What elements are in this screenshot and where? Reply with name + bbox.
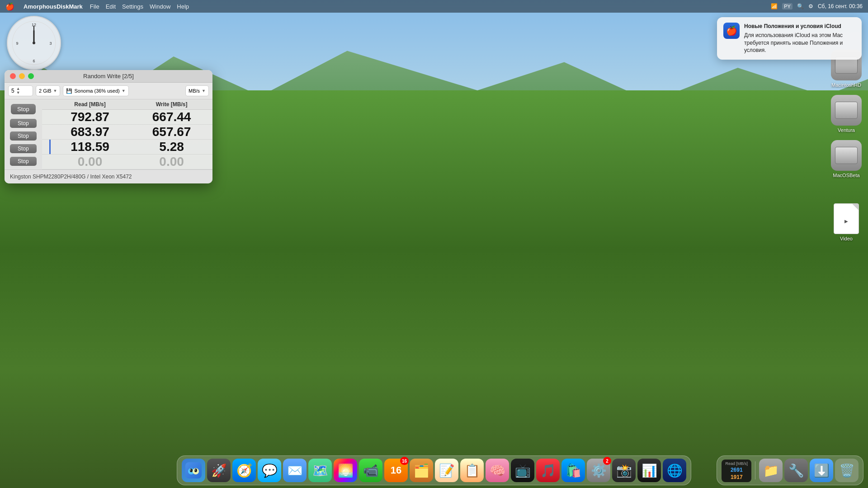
window-footer: Kingston SHPM2280P2H/480G / Intel Xeon X… [5,169,212,183]
menu-edit[interactable]: Edit [106,3,116,10]
row-stop-button-3[interactable]: Stop [10,157,37,166]
menu-file[interactable]: File [90,3,99,10]
menubar-datetime: Сб, 16 сент. 00:36 [818,3,863,9]
window-minimize-button[interactable] [19,73,25,79]
dock-item-stickies[interactable]: 📋 [460,459,484,482]
dock-item-facetime[interactable]: 📹 [359,459,382,482]
dock-item-photos[interactable]: 🌅 [334,459,357,482]
dock-item-appstore[interactable]: 🛍️ [561,459,585,482]
status-read-label: Read [MB/s] [725,461,748,466]
dock-item-keka[interactable]: 🗂️ [410,459,433,482]
apple-menu[interactable]: 🍎 [5,2,14,11]
svg-text:3: 3 [49,41,52,46]
count-stepper[interactable]: 5 ▲▼ [8,85,33,96]
volume-dropdown[interactable]: 💾 Sonoma (36% used) ▼ [63,85,128,96]
window-body: Stop Stop Stop Stop Stop Read [MB/s] Wri… [5,99,212,169]
menubar-wifi-icon[interactable]: 📶 [771,3,778,9]
dock-item-screenium[interactable]: 📸 [612,459,636,482]
menubar-control-icon[interactable]: ⚙ [808,3,813,9]
row-stop-button-0[interactable]: Stop [10,119,37,128]
dock-item-safari[interactable]: 🧭 [232,459,256,482]
dock-item-downloads[interactable]: ⬇️ [810,459,833,482]
video-label: Video [840,236,853,241]
unit-area: MB/s ▼ [185,85,209,96]
mail-icon: ✉️ [283,459,307,482]
photos-icon: 🌅 [334,459,357,482]
main-stop-button[interactable]: Stop [11,104,36,114]
dock-item-appletv[interactable]: 📺 [511,459,534,482]
dock-item-music[interactable]: 🎵 [536,459,560,482]
notes-icon: 📝 [435,459,458,482]
menubar-pycharm[interactable]: PY [782,3,793,9]
hdd-inner-macosbeta [835,147,858,164]
dock-item-finder2[interactable]: 📁 [759,459,783,482]
dock-item-mymind[interactable]: 🧠 [486,459,509,482]
desktop-icons: MacintoshHD Ventura MacOSBeta ▶ Video [831,50,862,241]
video-file-label: ▶ [844,219,848,224]
finder2-icon: 📁 [759,459,783,482]
table-row: 792.87 667.44 [42,110,212,125]
icloud-notification[interactable]: 🍎 Новые Положения и условия iCloud Для и… [717,17,862,60]
col-header-btn [42,99,49,110]
stepper-arrows[interactable]: ▲▼ [16,87,20,95]
sysprefs-badge: 2 [603,457,611,465]
safari-icon: 🧭 [232,459,256,482]
cent-badge: 16 [400,457,409,465]
worldclock-icon: 🌐 [663,459,686,482]
table-area: Read [MB/s] Write [MB/s] 792.87 667.44 6… [42,99,212,169]
dock-item-maps[interactable]: 🗺️ [308,459,332,482]
row-stop-button-1[interactable]: Stop [10,131,37,141]
macosbeta-label: MacOSBeta [833,173,859,178]
row3-write: 0.00 [131,155,212,169]
row2-read: 118.59 [49,140,131,155]
app-name[interactable]: AmorphousDiskMark [24,3,83,10]
dock-item-tools[interactable]: 🔧 [784,459,808,482]
count-value: 5 [11,88,14,94]
downloads-icon: ⬇️ [810,459,833,482]
launchpad-icon: 🚀 [207,459,231,482]
menu-help[interactable]: Help [177,3,189,10]
desktop-icon-video[interactable]: ▶ Video [834,203,859,241]
dock-item-messages[interactable]: 💬 [258,459,281,482]
unit-dropdown[interactable]: MB/s ▼ [185,85,209,96]
desktop-icon-macosbeta[interactable]: MacOSBeta [831,140,862,178]
window-toolbar: 5 ▲▼ 2 GiB ▼ 💾 Sonoma (36% used) ▼ MB/s … [5,83,212,99]
menu-settings[interactable]: Settings [122,3,143,10]
dock-item-launchpad[interactable]: 🚀 [207,459,231,482]
dock-item-activitymon[interactable]: 📊 [637,459,661,482]
volume-icon: 💾 [66,88,72,94]
size-dropdown-arrow: ▼ [53,89,57,93]
window-close-button[interactable] [10,73,16,79]
window-maximize-button[interactable] [28,73,34,79]
dock-item-finder[interactable] [182,459,205,482]
finder-svg [185,462,202,479]
status-write-value: 1917 [725,474,748,480]
menubar-search-icon[interactable]: 🔍 [797,3,804,9]
hdd-inner-ventura [835,102,858,119]
dock-item-notes[interactable]: 📝 [435,459,458,482]
notification-icon: 🍎 [723,23,740,39]
macosbeta-icon [831,140,862,171]
dock-item-worldclock[interactable]: 🌐 [663,459,686,482]
macintoshhd-label: MacintoshHD [831,82,861,88]
size-dropdown[interactable]: 2 GiB ▼ [36,85,60,96]
clock-widget: 12 3 6 9 [7,16,61,70]
notification-content: Новые Положения и условия iCloud Для исп… [744,23,855,54]
notification-body: Для использования iCloud на этом Mac тре… [744,32,855,54]
dock-item-sysprefs[interactable]: ⚙️ 2 [587,459,610,482]
row-stop-button-2[interactable]: Stop [10,144,37,153]
dock-item-cent[interactable]: 16 16 [384,459,408,482]
ventura-label: Ventura [838,127,855,133]
desktop-icon-ventura[interactable]: Ventura [831,95,862,133]
messages-icon: 💬 [258,459,281,482]
volume-value: Sonoma (36% used) [74,88,119,94]
keka-icon: 🗂️ [410,459,433,482]
menu-window[interactable]: Window [150,3,170,10]
ventura-icon [831,95,862,126]
dock-item-mail[interactable]: ✉️ [283,459,307,482]
music-icon: 🎵 [536,459,560,482]
window-titlebar: Random Write [2/5] [5,70,212,83]
dock-item-trash[interactable]: 🗑️ [835,459,859,482]
clock-svg: 12 3 6 9 [9,18,59,68]
appstore-icon: 🛍️ [561,459,585,482]
